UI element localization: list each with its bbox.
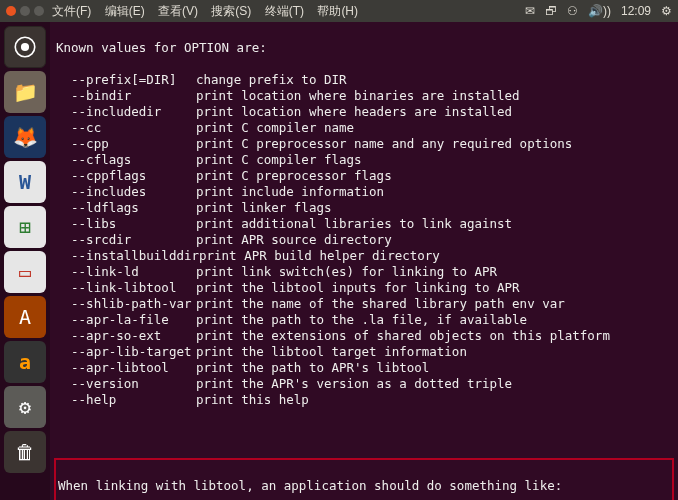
menubar: 文件(F) 编辑(E) 查看(V) 搜索(S) 终端(T) 帮助(H) ✉ 🗗 … [0, 0, 678, 22]
option-flag: --includedir [56, 104, 196, 120]
volume-icon[interactable]: 🔊)) [588, 4, 611, 18]
blank-line [56, 424, 672, 440]
option-line: --shlib-path-varprint the name of the sh… [56, 296, 672, 312]
option-desc: print the path to APR's libtool [196, 360, 429, 376]
option-line: --apr-so-extprint the extensions of shar… [56, 328, 672, 344]
option-desc: print location where headers are install… [196, 104, 512, 120]
option-line: --versionprint the APR's version as a do… [56, 376, 672, 392]
clock[interactable]: 12:09 [621, 4, 651, 18]
option-desc: print the extensions of shared objects o… [196, 328, 610, 344]
option-desc: print C compiler flags [196, 152, 362, 168]
close-icon[interactable] [6, 6, 16, 16]
options-header: Known values for OPTION are: [56, 40, 672, 56]
option-flag: --cppflags [56, 168, 196, 184]
option-line: --srcdirprint APR source directory [56, 232, 672, 248]
option-line: --ldflagsprint linker flags [56, 200, 672, 216]
menu-view[interactable]: 查看(V) [158, 4, 198, 18]
option-flag: --cc [56, 120, 196, 136]
option-flag: --help [56, 392, 196, 408]
option-desc: print C preprocessor flags [196, 168, 392, 184]
option-line: --bindirprint location where binaries ar… [56, 88, 672, 104]
option-flag: --ldflags [56, 200, 196, 216]
option-desc: print the APR's version as a dotted trip… [196, 376, 512, 392]
option-desc: print the libtool target information [196, 344, 467, 360]
option-flag: --apr-libtool [56, 360, 196, 376]
option-flag: --shlib-path-var [56, 296, 196, 312]
terminal-output[interactable]: Known values for OPTION are: --prefix[=D… [50, 22, 678, 500]
option-line: --apr-libtoolprint the path to APR's lib… [56, 360, 672, 376]
option-flag: --apr-so-ext [56, 328, 196, 344]
option-line: --cppprint C preprocessor name and any r… [56, 136, 672, 152]
network-icon[interactable]: 🗗 [545, 4, 557, 18]
option-line: --cppflagsprint C preprocessor flags [56, 168, 672, 184]
files-button[interactable]: 📁 [4, 71, 46, 113]
software-button[interactable]: A [4, 296, 46, 338]
trash-button[interactable]: 🗑 [4, 431, 46, 473]
option-line: --link-libtoolprint the libtool inputs f… [56, 280, 672, 296]
option-flag: --includes [56, 184, 196, 200]
option-flag: --cflags [56, 152, 196, 168]
svg-point-1 [21, 43, 29, 51]
bluetooth-icon[interactable]: ⚇ [567, 4, 578, 18]
system-tray: ✉ 🗗 ⚇ 🔊)) 12:09 ⚙ [525, 4, 672, 18]
option-line: --includedirprint location where headers… [56, 104, 672, 120]
option-flag: --cpp [56, 136, 196, 152]
option-line: --helpprint this help [56, 392, 672, 408]
option-desc: print APR build helper directory [199, 248, 440, 264]
hl-line: When linking with libtool, an applicatio… [58, 478, 670, 494]
option-line: --installbuilddirprint APR build helper … [56, 248, 672, 264]
option-desc: print C compiler name [196, 120, 354, 136]
dash-button[interactable] [4, 26, 46, 68]
option-desc: print linker flags [196, 200, 331, 216]
option-line: --libsprint additional libraries to link… [56, 216, 672, 232]
app-menus: 文件(F) 编辑(E) 查看(V) 搜索(S) 终端(T) 帮助(H) [52, 3, 368, 20]
amazon-button[interactable]: a [4, 341, 46, 383]
option-line: --prefix[=DIR]change prefix to DIR [56, 72, 672, 88]
firefox-button[interactable]: 🦊 [4, 116, 46, 158]
maximize-icon[interactable] [34, 6, 44, 16]
session-icon[interactable]: ⚙ [661, 4, 672, 18]
option-flag: --link-libtool [56, 280, 196, 296]
option-line: --link-ldprint link switch(es) for linki… [56, 264, 672, 280]
option-line: --cflagsprint C compiler flags [56, 152, 672, 168]
minimize-icon[interactable] [20, 6, 30, 16]
option-desc: print APR source directory [196, 232, 392, 248]
option-flag: --srcdir [56, 232, 196, 248]
option-desc: print additional libraries to link again… [196, 216, 512, 232]
option-flag: --version [56, 376, 196, 392]
option-flag: --apr-la-file [56, 312, 196, 328]
option-line: --includesprint include information [56, 184, 672, 200]
calc-button[interactable]: ⊞ [4, 206, 46, 248]
option-desc: print include information [196, 184, 384, 200]
menu-search[interactable]: 搜索(S) [211, 4, 251, 18]
option-desc: print the libtool inputs for linking to … [196, 280, 520, 296]
option-desc: print link switch(es) for linking to APR [196, 264, 497, 280]
highlight-box: When linking with libtool, an applicatio… [54, 458, 674, 500]
option-desc: print C preprocessor name and any requir… [196, 136, 572, 152]
menu-edit[interactable]: 编辑(E) [105, 4, 145, 18]
option-desc: print location where binaries are instal… [196, 88, 520, 104]
menu-help[interactable]: 帮助(H) [317, 4, 358, 18]
settings-button[interactable]: ⚙ [4, 386, 46, 428]
window-controls [6, 6, 44, 16]
option-desc: print the path to the .la file, if avail… [196, 312, 527, 328]
option-flag: --libs [56, 216, 196, 232]
option-flag: --apr-lib-target [56, 344, 196, 360]
option-desc: print the name of the shared library pat… [196, 296, 565, 312]
option-desc: change prefix to DIR [196, 72, 347, 88]
option-flag: --link-ld [56, 264, 196, 280]
writer-button[interactable]: W [4, 161, 46, 203]
option-line: --ccprint C compiler name [56, 120, 672, 136]
option-desc: print this help [196, 392, 309, 408]
impress-button[interactable]: ▭ [4, 251, 46, 293]
menu-terminal[interactable]: 终端(T) [265, 4, 304, 18]
menu-file[interactable]: 文件(F) [52, 4, 91, 18]
mail-icon[interactable]: ✉ [525, 4, 535, 18]
option-flag: --prefix[=DIR] [56, 72, 196, 88]
option-flag: --installbuilddir [56, 248, 199, 264]
option-flag: --bindir [56, 88, 196, 104]
unity-launcher: 📁 🦊 W ⊞ ▭ A a ⚙ 🗑 [0, 22, 50, 500]
option-line: --apr-la-fileprint the path to the .la f… [56, 312, 672, 328]
option-line: --apr-lib-targetprint the libtool target… [56, 344, 672, 360]
